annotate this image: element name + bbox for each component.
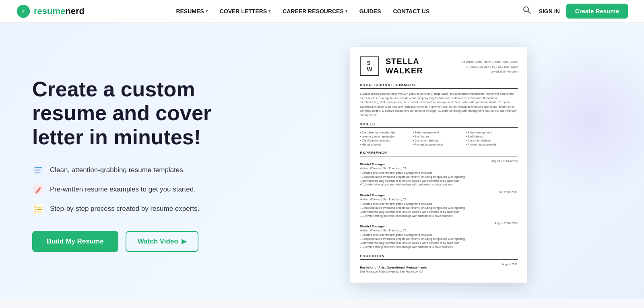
hero-section: Create a custom resume and cover letter … — [0, 23, 644, 299]
logo-icon: r — [16, 4, 31, 19]
svg-rect-7 — [35, 171, 41, 171]
chevron-down-icon: ▾ — [268, 9, 270, 13]
svg-rect-8 — [35, 172, 39, 173]
resume-header: SW STELLAWALKER 24 Amor Lane, North East… — [360, 56, 518, 76]
hero-buttons: Build My Resume Watch Video ▶ — [32, 231, 266, 252]
logos-section: TRUSTED BY PROFESSIONALS FROM:¹ Microsof… — [0, 299, 644, 308]
logo[interactable]: r resumenerd — [16, 4, 85, 19]
svg-rect-12 — [37, 207, 42, 208]
svg-rect-15 — [35, 211, 36, 212]
skills-title: SKILLS — [360, 122, 518, 128]
skill-item: Client/Vendor relations — [360, 139, 412, 142]
logo-text: resumenerd — [34, 6, 85, 17]
resume-preview-container: SW STELLAWALKER 24 Amor Lane, North East… — [266, 47, 612, 283]
skill-item: Staff training — [466, 135, 518, 138]
resume-initials: SW — [360, 56, 379, 76]
skill-item: Customer relations — [466, 139, 518, 142]
experience-entry-2: District ManagerJun 2008-2011 Verizon Wi… — [360, 191, 518, 218]
feature-templates: Clean, attention-grabbing resume templat… — [32, 164, 266, 176]
resume-preview: SW STELLAWALKER 24 Amor Lane, North East… — [350, 47, 527, 283]
build-resume-button[interactable]: Build My Resume — [32, 231, 118, 252]
svg-rect-16 — [37, 212, 42, 212]
skill-item: Staff training — [413, 135, 465, 138]
nav-right: SIGN IN Create Resume — [521, 4, 628, 19]
watch-video-button[interactable]: Watch Video ▶ — [126, 231, 198, 252]
svg-rect-5 — [35, 167, 42, 168]
svg-point-2 — [524, 7, 528, 12]
search-button[interactable] — [521, 4, 533, 18]
chevron-down-icon: ▾ — [345, 9, 347, 13]
play-icon: ▶ — [182, 237, 186, 245]
nav-guides[interactable]: GUIDES — [355, 5, 386, 18]
svg-rect-4 — [33, 165, 43, 175]
list-icon — [32, 203, 44, 215]
navbar: r resumenerd RESUMES ▾ COVER LETTERS ▾ C… — [0, 0, 644, 23]
feature-list: Clean, attention-grabbing resume templat… — [32, 164, 266, 215]
svg-rect-13 — [35, 209, 36, 210]
skill-item: Inventory report generation — [360, 135, 412, 138]
skill-item: Sales management — [466, 131, 518, 134]
experience-title: EXPERIENCE — [360, 151, 518, 156]
nav-links: RESUMES ▾ COVER LETTERS ▾ CAREER RESOURC… — [171, 5, 434, 18]
hero-content: Create a custom resume and cover letter … — [32, 77, 266, 252]
feature-process: Step-by-step process created by resume e… — [32, 203, 266, 215]
hero-title: Create a custom resume and cover letter … — [32, 77, 266, 150]
template-icon — [32, 164, 44, 176]
nav-career-resources[interactable]: CAREER RESOURCES ▾ — [278, 5, 352, 18]
skills-grid: Executive team leadership Sales manageme… — [360, 131, 518, 146]
skill-item: Process improvements — [466, 143, 518, 146]
resume-contact: 24 Amor Lane, North Easton,Ma 02356 (h) … — [462, 60, 518, 74]
svg-rect-11 — [35, 206, 36, 208]
pencil-icon — [32, 183, 44, 196]
resume-name-block: STELLAWALKER — [386, 57, 455, 75]
create-resume-button[interactable]: Create Resume — [566, 4, 628, 19]
nav-contact-us[interactable]: CONTACT US — [388, 5, 434, 18]
education-title: EDUCATION — [360, 254, 518, 260]
svg-rect-6 — [35, 169, 40, 170]
skill-item: Process improvements — [413, 143, 465, 146]
resume-name: STELLAWALKER — [386, 57, 455, 75]
svg-line-3 — [528, 11, 530, 14]
skill-item: Executive team leadership — [360, 131, 412, 134]
chevron-down-icon: ▾ — [206, 9, 208, 13]
svg-rect-14 — [37, 209, 42, 210]
search-icon — [523, 6, 531, 14]
skill-item: Sales management — [413, 131, 465, 134]
skill-item: Customer relations — [413, 139, 465, 142]
experience-entry-1: District ManagerAugust 2011-Current Veri… — [360, 160, 518, 187]
feature-examples: Pre-written resume examples to get you s… — [32, 183, 266, 196]
sign-in-link[interactable]: SIGN IN — [539, 8, 560, 15]
nav-cover-letters[interactable]: COVER LETTERS ▾ — [215, 5, 275, 18]
nav-resumes[interactable]: RESUMES ▾ — [171, 5, 212, 18]
svg-text:r: r — [22, 8, 25, 15]
summary-text: Successful sales professional with 10+ y… — [360, 92, 518, 117]
skill-item: Market analysis — [360, 143, 412, 146]
experience-entry-3: District ManagerAugust 2002-2007 Verizon… — [360, 222, 518, 249]
summary-title: PROFESSIONAL SUMMARY — [360, 83, 518, 89]
